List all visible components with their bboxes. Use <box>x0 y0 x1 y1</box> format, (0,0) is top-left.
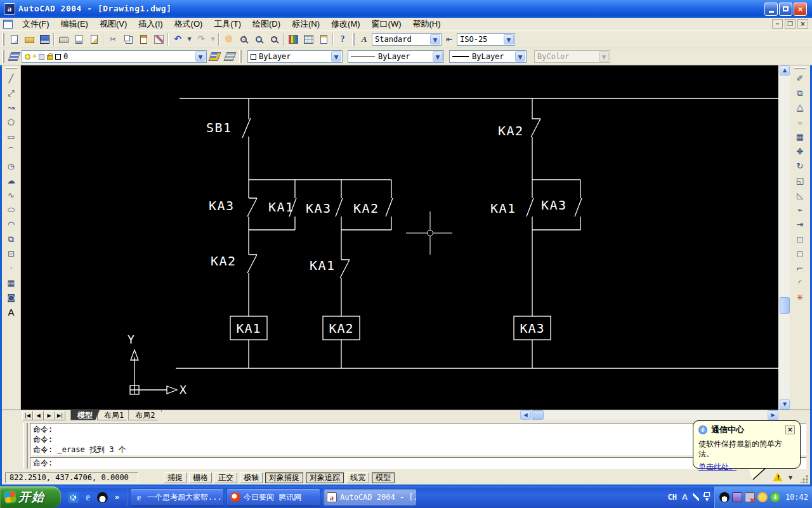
line-button[interactable]: ╱ <box>4 71 19 86</box>
restore-button[interactable] <box>779 3 792 16</box>
publish-button[interactable] <box>86 32 102 46</box>
cut-button[interactable]: ✂ <box>105 32 121 46</box>
balloon-close-button[interactable]: × <box>785 425 795 434</box>
quick-launch-browser-icon[interactable]: e <box>82 492 93 503</box>
rectangle-button[interactable]: ▭ <box>4 130 19 144</box>
chevron-down-icon[interactable]: ▼ <box>430 34 440 44</box>
make-layer-current-button[interactable] <box>207 50 222 64</box>
toolbar-grip[interactable] <box>352 33 355 46</box>
mdi-restore-button[interactable]: ❐ <box>785 19 796 29</box>
tray-qq-icon[interactable] <box>719 492 730 502</box>
horizontal-scrollbar[interactable]: ◀ ▶ <box>520 410 778 420</box>
scale-button[interactable]: ◱ <box>792 173 808 188</box>
lineweight-toggle[interactable]: 线宽 <box>346 472 369 483</box>
undo-button[interactable]: ↶ <box>170 32 185 46</box>
fillet-button[interactable]: ◜ <box>792 276 808 290</box>
tab-nav-next-button[interactable]: ▶ <box>44 411 55 420</box>
tray-network-disconnected-icon[interactable] <box>745 492 755 502</box>
scroll-right-button[interactable]: ▶ <box>768 410 778 420</box>
window-resize-grip[interactable] <box>801 475 809 483</box>
menu-dimension[interactable]: 标注(N) <box>286 18 325 30</box>
arc-button[interactable]: ⌒ <box>4 144 19 159</box>
command-input[interactable]: 命令: <box>30 457 806 469</box>
dim-style-button[interactable]: ⇤ <box>442 32 457 46</box>
vertical-scrollbar[interactable]: ▲ ▼ <box>778 65 790 410</box>
text-style-combo[interactable]: Standard ▼ <box>372 33 442 46</box>
copy-button[interactable] <box>121 32 136 46</box>
mirror-button[interactable]: ⧋ <box>792 100 808 115</box>
language-indicator[interactable]: CH <box>668 486 677 508</box>
break-button[interactable]: ◻ <box>792 246 808 261</box>
layer-freeze-sun-icon[interactable]: ☀ <box>32 53 37 60</box>
construction-line-button[interactable]: ⤢ <box>4 86 19 100</box>
coordinate-readout[interactable]: 822.2510, 437.4706, 0.0000 <box>5 472 138 483</box>
rotate-button[interactable]: ↻ <box>792 159 808 173</box>
taskbar-clock[interactable]: 10:42 <box>785 486 808 508</box>
layer-combo[interactable]: ☀ 0 ▼ <box>22 50 207 63</box>
menu-insert[interactable]: 插入(I) <box>133 18 168 30</box>
mdi-minimize-button[interactable]: – <box>772 19 783 29</box>
explode-button[interactable]: ✳ <box>792 290 808 305</box>
text-style-button[interactable]: A <box>357 32 372 46</box>
ellipse-button[interactable]: ⬭ <box>4 203 19 217</box>
stretch-button[interactable]: ◺ <box>792 188 808 203</box>
quick-launch-qq-icon[interactable] <box>97 492 108 503</box>
break-at-point-button[interactable]: ◻ <box>792 232 808 246</box>
chevron-down-icon[interactable]: ▼ <box>433 51 443 62</box>
chevron-down-icon[interactable]: ▼ <box>504 34 514 44</box>
copy-object-button[interactable]: ⧉ <box>792 86 808 100</box>
layer-previous-button[interactable] <box>222 50 237 64</box>
model-space-toggle[interactable]: 模型 <box>372 472 395 483</box>
menu-edit[interactable]: 编辑(E) <box>55 18 94 30</box>
hatch-button[interactable]: ▦ <box>4 276 19 290</box>
layer-manager-button[interactable] <box>6 50 22 64</box>
horizontal-scroll-thumb[interactable] <box>532 410 544 420</box>
mtext-button[interactable]: A <box>4 305 19 319</box>
pan-button[interactable] <box>221 32 236 46</box>
tray-update-icon[interactable] <box>770 492 780 502</box>
task-button-forum-thread[interactable]: e 一个思考题大家帮... <box>131 489 223 505</box>
revision-cloud-button[interactable]: ☁ <box>4 173 19 188</box>
dim-style-combo[interactable]: ISO-25 ▼ <box>457 33 515 46</box>
drawing-canvas[interactable]: SB1 KA3 KA1 KA3 KA2 KA2 KA1 KA2 KA1 KA3 … <box>21 65 778 410</box>
linetype-combo[interactable]: ByLayer ▼ <box>348 50 444 63</box>
input-mode-letter[interactable]: A <box>682 486 688 508</box>
osnap-toggle[interactable]: 对象捕捉 <box>265 472 303 483</box>
balloon-click-here-link[interactable]: 单击此处。 <box>698 462 737 472</box>
scroll-down-button[interactable]: ▼ <box>780 399 790 410</box>
plot-preview-button[interactable] <box>71 32 86 46</box>
menu-format[interactable]: 格式(O) <box>169 18 209 30</box>
extend-button[interactable]: ⇥ <box>792 217 808 232</box>
new-button[interactable] <box>6 32 22 46</box>
minimize-button[interactable] <box>764 3 778 16</box>
menu-tools[interactable]: 工具(T) <box>208 18 247 30</box>
mdi-close-button[interactable]: × <box>797 19 808 29</box>
zoom-window-button[interactable] <box>251 32 266 46</box>
toolbar-grip[interactable] <box>794 67 806 69</box>
ortho-toggle[interactable]: 正交 <box>214 472 237 483</box>
point-button[interactable]: · <box>4 261 19 276</box>
insert-block-button[interactable]: ⧉ <box>4 232 19 246</box>
circle-button[interactable]: ◷ <box>4 159 19 173</box>
match-properties-button[interactable] <box>151 32 166 46</box>
polygon-button[interactable]: ⬠ <box>4 115 19 130</box>
otrack-toggle[interactable]: 对象追踪 <box>306 472 344 483</box>
paste-button[interactable] <box>136 32 151 46</box>
undo-dropdown[interactable]: ▼ <box>185 32 193 46</box>
lineweight-combo[interactable]: ByLayer ▼ <box>449 50 527 63</box>
menu-draw[interactable]: 绘图(D) <box>247 18 286 30</box>
polar-toggle[interactable]: 极轴 <box>240 472 263 483</box>
toolbar-grip[interactable] <box>2 50 4 63</box>
redo-button[interactable]: ↷ <box>193 32 209 46</box>
vertical-scroll-thumb[interactable] <box>780 297 790 314</box>
save-button[interactable] <box>37 32 52 46</box>
tray-volume-icon[interactable] <box>757 492 768 502</box>
toolbar-grip[interactable] <box>6 67 17 69</box>
menu-window[interactable]: 窗口(W) <box>366 18 407 30</box>
communication-center-icon[interactable]: ! <box>773 472 784 483</box>
layer-lock-icon[interactable] <box>47 55 53 60</box>
color-combo[interactable]: ByLayer ▼ <box>247 50 343 63</box>
task-button-tencent-news[interactable]: 今日要闻 腾讯网 <box>227 489 320 505</box>
layer-on-bulb-icon[interactable] <box>25 54 30 60</box>
move-button[interactable]: ✥ <box>792 144 808 159</box>
